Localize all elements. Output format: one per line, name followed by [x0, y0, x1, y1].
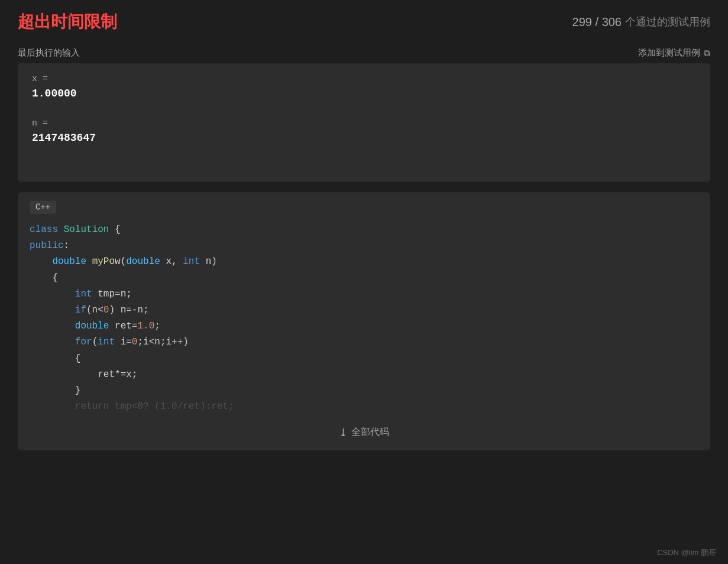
code-line-10: ret*=x;	[30, 367, 698, 383]
score-display: 299 / 306 个通过的测试用例	[572, 15, 710, 29]
add-to-test-button[interactable]: 添加到测试用例 ⧉	[638, 47, 710, 59]
x-variable: x = 1.00000	[32, 74, 696, 99]
code-line-6: if(n<0) n=-n;	[30, 302, 698, 318]
add-test-icon: ⧉	[704, 48, 710, 59]
code-line-8: for(int i=0;i<n;i++)	[30, 334, 698, 350]
add-test-label: 添加到测试用例	[638, 47, 700, 59]
lang-badge: C++	[30, 201, 56, 214]
x-label: x =	[32, 74, 696, 84]
code-body: class Solution { public: double myPow(do…	[18, 222, 710, 450]
x-value: 1.00000	[32, 88, 696, 99]
code-line-2: public:	[30, 238, 698, 254]
attribution-text: CSDN @lim 鹏哥	[657, 548, 716, 557]
expand-icon: ⤓	[339, 424, 348, 443]
last-input-label: 最后执行的输入	[18, 47, 80, 59]
show-all-button[interactable]: ⤓ 全部代码	[339, 424, 389, 443]
score-numbers: 299 / 306	[572, 15, 622, 29]
show-all-overlay: ⤓ 全部代码	[18, 403, 710, 450]
code-line-11: }	[30, 383, 698, 399]
n-label: n =	[32, 118, 696, 128]
code-section: C++ class Solution { public: double myPo…	[18, 192, 710, 450]
code-line-3: double myPow(double x, int n)	[30, 254, 698, 270]
score-label: 个通过的测试用例	[625, 15, 710, 29]
footer-attribution: CSDN @lim 鹏哥	[657, 547, 716, 558]
show-all-label: 全部代码	[351, 425, 389, 441]
code-line-5: int tmp=n;	[30, 286, 698, 302]
n-value: 2147483647	[32, 132, 696, 144]
input-box: x = 1.00000 n = 2147483647	[18, 63, 710, 182]
code-line-4: {	[30, 270, 698, 286]
header: 超出时间限制 299 / 306 个通过的测试用例	[0, 0, 728, 41]
code-line-9: {	[30, 351, 698, 367]
code-line-1: class Solution {	[30, 222, 698, 238]
code-line-7: double ret=1.0;	[30, 318, 698, 334]
page-title: 超出时间限制	[18, 11, 117, 33]
n-variable: n = 2147483647	[32, 118, 696, 144]
last-input-label-row: 最后执行的输入 添加到测试用例 ⧉	[0, 41, 728, 63]
